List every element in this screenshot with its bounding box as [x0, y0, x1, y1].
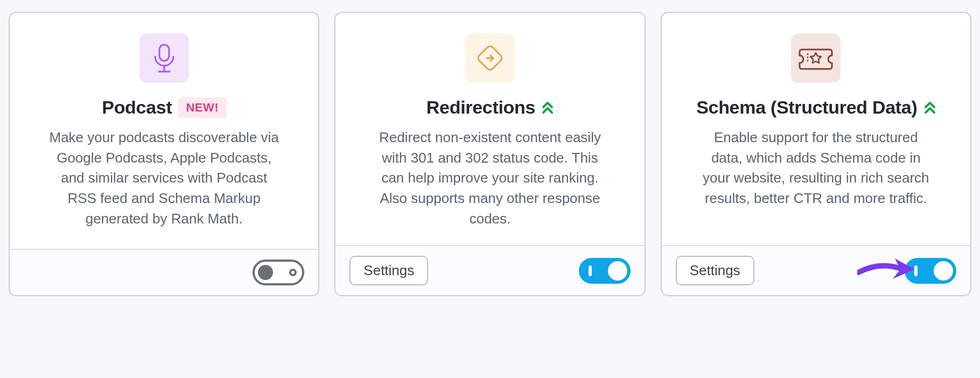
card-body: Redirections Redirect non-existent conte… [335, 13, 644, 245]
card-footer: Settings [335, 245, 644, 295]
chevron-up-icon [542, 101, 554, 114]
chevron-up-icon [924, 101, 936, 114]
redirections-toggle[interactable] [579, 258, 631, 284]
card-body: Podcast NEW! Make your podcasts discover… [10, 13, 318, 249]
schema-card: Schema (Structured Data) Enable support … [661, 12, 971, 296]
card-footer [10, 249, 318, 295]
card-title-row: Redirections [426, 97, 554, 118]
card-footer: Settings [662, 245, 970, 295]
card-title: Redirections [426, 97, 535, 118]
module-cards-row: Podcast NEW! Make your podcasts discover… [9, 12, 971, 296]
ticket-star-icon [791, 33, 841, 83]
settings-button[interactable]: Settings [349, 256, 428, 285]
podcast-card: Podcast NEW! Make your podcasts discover… [9, 12, 319, 296]
card-title-row: Schema (Structured Data) [696, 97, 935, 118]
card-description: Enable support for the structured data, … [700, 128, 932, 209]
svg-rect-0 [159, 45, 169, 61]
podcast-toggle[interactable] [253, 260, 304, 285]
card-description: Redirect non-existent content easily wit… [374, 128, 606, 229]
card-title-row: Podcast NEW! [102, 97, 226, 118]
redirections-card: Redirections Redirect non-existent conte… [334, 12, 645, 296]
microphone-icon [139, 33, 189, 83]
settings-button[interactable]: Settings [676, 256, 754, 285]
card-title: Podcast [102, 97, 172, 118]
card-description: Make your podcasts discoverable via Goog… [48, 128, 280, 229]
card-title: Schema (Structured Data) [696, 97, 917, 118]
redirect-icon [465, 33, 515, 83]
card-body: Schema (Structured Data) Enable support … [662, 13, 970, 245]
new-badge: NEW! [178, 97, 226, 118]
schema-toggle[interactable] [905, 258, 956, 284]
